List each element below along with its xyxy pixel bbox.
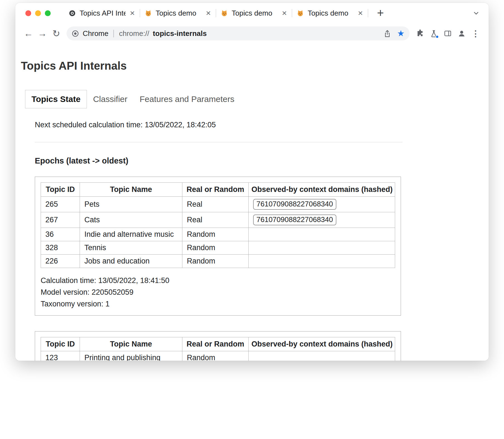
table-row: 267 Cats Real 7610709088227068340 [41, 212, 395, 228]
epoch-meta: Calculation time: 13/05/2022, 18:41:50 M… [41, 275, 395, 310]
extensions-puzzle-icon[interactable] [413, 26, 427, 40]
header-topic-name: Topic Name [80, 183, 182, 197]
tab-topics-state[interactable]: Topics State [25, 90, 87, 108]
epoch-card-2: Topic ID Topic Name Real or Random Obser… [35, 331, 401, 361]
domains-cell-empty [249, 351, 395, 361]
tab-separator [368, 9, 368, 17]
topic-name: Cats [80, 212, 182, 228]
page-tab-bar: Topics State Classifier Features and Par… [25, 90, 489, 108]
topic-id: 267 [41, 212, 80, 228]
taxonomy-version: Taxonomy version: 1 [41, 298, 395, 310]
real-or-random: Random [182, 255, 249, 268]
topic-name: Indie and alternative music [80, 228, 182, 241]
topic-id: 123 [41, 351, 80, 361]
browser-tab-topics-demo-2[interactable]: Topics demo × [216, 3, 292, 23]
next-calculation-time: Next scheduled calculation time: 13/05/2… [35, 121, 489, 129]
header-observed-by: Observed-by context domains (hashed) [249, 183, 395, 197]
real-or-random: Real [182, 212, 249, 228]
close-icon[interactable]: × [281, 9, 287, 17]
maximize-window-button[interactable] [45, 10, 51, 16]
topic-name: Pets [80, 197, 182, 212]
domains-cell: 7610709088227068340 [249, 197, 395, 212]
table-row: 265 Pets Real 7610709088227068340 [41, 197, 395, 212]
close-icon[interactable]: × [205, 9, 211, 17]
header-real-or-random: Real or Random [182, 183, 249, 197]
browser-tab-topics-demo-3[interactable]: Topics demo × [292, 3, 368, 23]
tab-classifier[interactable]: Classifier [87, 90, 133, 108]
address-bar-actions: ★ [383, 29, 405, 38]
model-version: Model version: 2205052059 [41, 286, 395, 298]
domains-cell: 7610709088227068340 [249, 212, 395, 228]
window-controls [25, 10, 51, 16]
epoch-table-1: Topic ID Topic Name Real or Random Obser… [41, 182, 395, 268]
address-bar[interactable]: Chrome chrome:// topics-internals ★ [67, 26, 410, 40]
epoch-card-1: Topic ID Topic Name Real or Random Obser… [35, 177, 401, 316]
address-bar-divider [113, 30, 114, 37]
header-observed-by: Observed-by context domains (hashed) [249, 337, 395, 351]
header-topic-name: Topic Name [80, 337, 182, 351]
page-title: Topics API Internals [21, 60, 489, 72]
browser-toolbar: ← → ↻ Chrome chrome:// topics-internals … [15, 23, 489, 43]
domains-cell-empty [249, 255, 395, 268]
side-panel-icon[interactable] [441, 26, 455, 40]
url-scheme: chrome:// [119, 29, 149, 38]
chevron-down-icon[interactable] [472, 9, 480, 17]
profile-avatar-icon[interactable] [455, 26, 469, 40]
real-or-random: Random [182, 241, 249, 255]
close-window-button[interactable] [25, 10, 31, 16]
topic-name: Tennis [80, 241, 182, 255]
domains-cell-empty [249, 241, 395, 255]
table-header-row: Topic ID Topic Name Real or Random Obser… [41, 337, 395, 351]
epochs-heading: Epochs (latest -> oldest) [35, 156, 489, 165]
topic-id: 36 [41, 228, 80, 241]
share-icon[interactable] [383, 29, 392, 38]
close-icon[interactable]: × [357, 9, 363, 17]
cat-icon [145, 9, 152, 17]
table-header-row: Topic ID Topic Name Real or Random Obser… [41, 183, 395, 197]
topic-id: 226 [41, 255, 80, 268]
header-real-or-random: Real or Random [182, 337, 249, 351]
tab-title: Topics demo [308, 9, 354, 18]
topic-id: 328 [41, 241, 80, 255]
browser-tab-topics-internals[interactable]: Topics API Intern × [64, 3, 140, 23]
real-or-random: Random [182, 351, 249, 361]
forward-icon[interactable]: → [35, 26, 49, 40]
page-content: Topics API Internals Topics State Classi… [15, 60, 489, 361]
tab-title: Topics API Intern [80, 9, 126, 18]
table-row: 328 Tennis Random [41, 241, 395, 255]
experiment-badge [436, 35, 439, 38]
close-icon[interactable]: × [129, 9, 135, 17]
back-icon[interactable]: ← [21, 26, 35, 40]
tab-features-and-parameters[interactable]: Features and Parameters [134, 90, 241, 108]
table-row: 123 Printing and publishing Random [41, 351, 395, 361]
tab-strip: Topics API Intern × Topics demo × Topics… [15, 3, 489, 23]
real-or-random: Real [182, 197, 249, 212]
domains-cell-empty [249, 228, 395, 241]
cat-icon [221, 9, 228, 17]
new-tab-button[interactable]: + [374, 7, 387, 19]
header-topic-id: Topic ID [41, 337, 80, 351]
menu-dots-icon[interactable]: ⋮ [469, 26, 483, 40]
bookmark-star-icon[interactable]: ★ [397, 29, 405, 38]
url-host: topics-internals [153, 29, 207, 38]
tab-title: Topics demo [232, 9, 278, 18]
epoch-table-2: Topic ID Topic Name Real or Random Obser… [41, 337, 395, 361]
experiments-flask-icon[interactable] [427, 26, 441, 40]
cat-icon [297, 9, 304, 17]
browser-tab-topics-demo-1[interactable]: Topics demo × [140, 3, 216, 23]
minimize-window-button[interactable] [35, 10, 41, 16]
context-domain-hash[interactable]: 7610709088227068340 [253, 199, 336, 210]
topic-name: Printing and publishing [80, 351, 182, 361]
topic-id: 265 [41, 197, 80, 212]
real-or-random: Random [182, 228, 249, 241]
table-row: 226 Jobs and education Random [41, 255, 395, 268]
context-domain-hash[interactable]: 7610709088227068340 [253, 214, 336, 225]
browser-window: Topics API Intern × Topics demo × Topics… [15, 3, 489, 361]
address-bar-browser-label: Chrome [83, 29, 108, 38]
section-divider [35, 142, 402, 142]
browser-tabs: Topics API Intern × Topics demo × Topics… [64, 3, 489, 23]
header-topic-id: Topic ID [41, 183, 80, 197]
table-row: 36 Indie and alternative music Random [41, 228, 395, 241]
tab-title: Topics demo [156, 9, 202, 18]
reload-icon[interactable]: ↻ [49, 26, 63, 40]
